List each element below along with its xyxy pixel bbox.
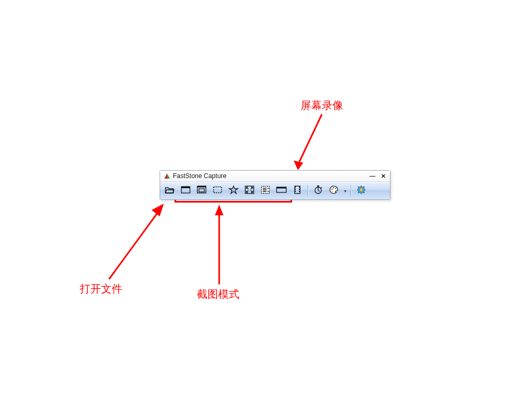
fixed-region-icon [276, 185, 287, 197]
freehand-region-icon [228, 185, 239, 197]
svg-point-30 [335, 188, 337, 189]
svg-rect-13 [214, 187, 222, 193]
toolbar-separator [307, 185, 308, 197]
svg-rect-11 [197, 186, 206, 188]
svg-rect-9 [181, 187, 190, 188]
palette-icon [329, 185, 339, 197]
annotation-arrow-open-file [106, 199, 181, 284]
capture-fullscreen-button[interactable] [242, 184, 257, 198]
svg-rect-18 [277, 187, 286, 189]
svg-rect-21 [295, 189, 296, 190]
annotation-label-screen-record: 屏幕录像 [301, 98, 343, 113]
output-options-button[interactable] [327, 184, 342, 198]
annotation-label-capture-modes: 截图模式 [197, 287, 239, 301]
svg-rect-23 [299, 187, 300, 188]
timer-icon [313, 185, 323, 197]
toolbar [160, 182, 390, 199]
window-object-icon [196, 185, 207, 197]
capture-freehand-button[interactable] [226, 184, 241, 198]
settings-icon [356, 185, 366, 197]
window-title: FastStone Capture [173, 172, 227, 180]
settings-button[interactable] [354, 184, 369, 198]
rectangle-region-icon [212, 185, 223, 197]
svg-marker-5 [152, 204, 164, 216]
open-file-button[interactable] [162, 184, 177, 198]
annotation-label-open-file: 打开文件 [80, 282, 122, 296]
capture-object-button[interactable] [194, 184, 209, 198]
titlebar: FastStone Capture [160, 171, 390, 182]
svg-marker-3 [215, 205, 223, 215]
fullscreen-icon [244, 185, 255, 197]
app-logo-icon [163, 172, 171, 180]
capture-window-button[interactable] [178, 184, 193, 198]
screen-recorder-button[interactable] [290, 184, 305, 198]
folder-open-icon [164, 185, 175, 197]
svg-line-4 [109, 210, 160, 279]
scrolling-window-icon [260, 185, 271, 197]
close-button[interactable] [379, 172, 387, 180]
svg-rect-20 [295, 187, 296, 188]
minimize-button[interactable] [369, 172, 376, 180]
film-icon [293, 185, 302, 197]
capture-rectangle-button[interactable] [210, 184, 225, 198]
svg-rect-24 [299, 189, 300, 190]
delay-button[interactable] [311, 184, 326, 198]
svg-point-31 [332, 191, 334, 192]
capture-scrolling-button[interactable] [258, 184, 273, 198]
svg-rect-22 [295, 191, 296, 192]
active-window-icon [180, 185, 191, 197]
svg-marker-14 [229, 186, 238, 194]
svg-marker-6 [164, 173, 168, 179]
capture-fixed-button[interactable] [274, 184, 289, 198]
svg-rect-25 [299, 191, 300, 192]
svg-point-28 [331, 189, 333, 190]
output-options-dropdown[interactable] [343, 184, 348, 198]
svg-point-29 [333, 187, 335, 189]
svg-line-0 [298, 114, 322, 165]
svg-rect-27 [317, 186, 319, 187]
window-controls [369, 172, 387, 180]
toolbar-separator [351, 185, 351, 197]
faststone-window: FastStone Capture [160, 170, 390, 200]
annotation-arrow-screen-record [287, 112, 351, 175]
annotation-arrow-capture-modes [210, 202, 231, 287]
svg-marker-1 [294, 161, 303, 170]
svg-rect-12 [199, 189, 204, 192]
